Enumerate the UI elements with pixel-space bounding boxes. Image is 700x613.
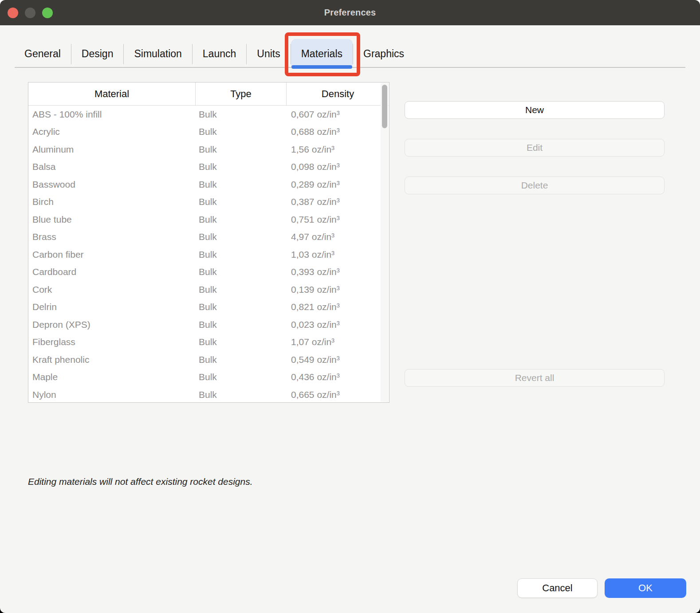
tab-launch[interactable]: Launch	[193, 39, 246, 69]
material-cell: Carbon fiber	[28, 249, 196, 260]
table-row[interactable]: Maple Bulk 0,436 oz/in³	[28, 369, 389, 386]
tab-graphics[interactable]: Graphics	[353, 39, 414, 69]
density-cell: 0,436 oz/in³	[287, 372, 389, 382]
ok-button[interactable]: OK	[605, 578, 686, 598]
density-cell: 1,56 oz/in³	[287, 144, 389, 155]
material-cell: Blue tube	[28, 214, 196, 225]
revert-all-button[interactable]: Revert all	[405, 369, 665, 387]
type-cell: Bulk	[196, 337, 287, 347]
tab-materials[interactable]: Materials	[291, 39, 353, 69]
density-cell: 0,688 oz/in³	[287, 126, 389, 137]
new-button[interactable]: New	[405, 101, 665, 119]
window-title: Preferences	[324, 8, 376, 18]
table-row[interactable]: Cork Bulk 0,139 oz/in³	[28, 281, 389, 299]
material-cell: Fiberglass	[28, 337, 196, 347]
table-row[interactable]: Fiberglass Bulk 1,07 oz/in³	[28, 334, 389, 351]
material-cell: Cardboard	[28, 267, 196, 277]
material-cell: Maple	[28, 372, 196, 382]
scrollbar-track[interactable]	[381, 83, 389, 402]
material-cell: Acrylic	[28, 126, 196, 137]
density-cell: 0,751 oz/in³	[287, 214, 389, 225]
column-header-type[interactable]: Type	[196, 83, 287, 105]
tab-bar: General Design Simulation Launch Units M…	[14, 39, 414, 69]
tab-general[interactable]: General	[14, 39, 71, 69]
type-cell: Bulk	[196, 284, 287, 295]
material-cell: Nylon	[28, 389, 196, 400]
type-cell: Bulk	[196, 249, 287, 260]
density-cell: 1,07 oz/in³	[287, 337, 389, 347]
type-cell: Bulk	[196, 354, 287, 365]
type-cell: Bulk	[196, 319, 287, 330]
table-row[interactable]: ABS - 100% infill Bulk 0,607 oz/in³	[28, 106, 389, 123]
materials-table: Material Type Density ABS - 100% infill …	[28, 82, 389, 403]
active-tab-indicator	[291, 65, 352, 69]
material-cell: Kraft phenolic	[28, 354, 196, 365]
type-cell: Bulk	[196, 126, 287, 137]
density-cell: 1,03 oz/in³	[287, 249, 389, 260]
material-cell: Depron (XPS)	[28, 319, 196, 330]
table-row[interactable]: Blue tube Bulk 0,751 oz/in³	[28, 211, 389, 228]
edit-button[interactable]: Edit	[405, 139, 665, 157]
table-row[interactable]: Depron (XPS) Bulk 0,023 oz/in³	[28, 316, 389, 334]
table-row[interactable]: Basswood Bulk 0,289 oz/in³	[28, 176, 389, 193]
material-cell: Basswood	[28, 179, 196, 190]
density-cell: 0,393 oz/in³	[287, 267, 389, 277]
type-cell: Bulk	[196, 267, 287, 277]
type-cell: Bulk	[196, 196, 287, 207]
table-row[interactable]: Acrylic Bulk 0,688 oz/in³	[28, 123, 389, 141]
tab-units[interactable]: Units	[247, 39, 290, 69]
type-cell: Bulk	[196, 302, 287, 312]
density-cell: 0,098 oz/in³	[287, 161, 389, 172]
density-cell: 0,387 oz/in³	[287, 196, 389, 207]
table-row[interactable]: Cardboard Bulk 0,393 oz/in³	[28, 263, 389, 281]
column-header-density[interactable]: Density	[287, 83, 389, 105]
type-cell: Bulk	[196, 372, 287, 382]
material-cell: Brass	[28, 232, 196, 242]
material-cell: Aluminum	[28, 144, 196, 155]
table-row[interactable]: Brass Bulk 4,97 oz/in³	[28, 228, 389, 246]
minimize-button[interactable]	[25, 8, 35, 18]
table-header: Material Type Density	[28, 83, 389, 106]
type-cell: Bulk	[196, 389, 287, 400]
type-cell: Bulk	[196, 144, 287, 155]
material-cell: ABS - 100% infill	[28, 109, 196, 120]
density-cell: 0,665 oz/in³	[287, 389, 389, 400]
density-cell: 0,289 oz/in³	[287, 179, 389, 190]
scrollbar-thumb[interactable]	[382, 85, 387, 128]
materials-note: Editing materials will not affect existi…	[28, 476, 253, 487]
density-cell: 0,139 oz/in³	[287, 284, 389, 295]
cancel-button[interactable]: Cancel	[517, 578, 598, 598]
traffic-lights	[8, 0, 53, 25]
tab-simulation[interactable]: Simulation	[124, 39, 192, 69]
zoom-button[interactable]	[42, 8, 53, 18]
density-cell: 4,97 oz/in³	[287, 232, 389, 242]
table-row[interactable]: Balsa Bulk 0,098 oz/in³	[28, 158, 389, 176]
tab-materials-label: Materials	[301, 48, 342, 60]
table-row[interactable]: Delrin Bulk 0,821 oz/in³	[28, 299, 389, 316]
density-cell: 0,607 oz/in³	[287, 109, 389, 120]
tab-design[interactable]: Design	[71, 39, 124, 69]
table-row[interactable]: Aluminum Bulk 1,56 oz/in³	[28, 141, 389, 158]
close-button[interactable]	[8, 8, 18, 18]
delete-button[interactable]: Delete	[405, 177, 665, 194]
type-cell: Bulk	[196, 161, 287, 172]
type-cell: Bulk	[196, 179, 287, 190]
preferences-window: Preferences General Design Simulation La…	[0, 0, 700, 613]
table-row[interactable]: Nylon Bulk 0,665 oz/in³	[28, 386, 389, 403]
materials-table-body: ABS - 100% infill Bulk 0,607 oz/in³ Acry…	[28, 106, 389, 403]
density-cell: 0,549 oz/in³	[287, 354, 389, 365]
type-cell: Bulk	[196, 109, 287, 120]
screen: Preferences General Design Simulation La…	[0, 0, 700, 613]
table-row[interactable]: Carbon fiber Bulk 1,03 oz/in³	[28, 246, 389, 263]
material-cell: Balsa	[28, 161, 196, 172]
table-row[interactable]: Birch Bulk 0,387 oz/in³	[28, 193, 389, 211]
title-bar: Preferences	[0, 0, 700, 25]
density-cell: 0,023 oz/in³	[287, 319, 389, 330]
material-cell: Birch	[28, 196, 196, 207]
column-header-material[interactable]: Material	[28, 83, 196, 105]
material-cell: Delrin	[28, 302, 196, 312]
density-cell: 0,821 oz/in³	[287, 302, 389, 312]
material-cell: Cork	[28, 284, 196, 295]
table-row[interactable]: Kraft phenolic Bulk 0,549 oz/in³	[28, 351, 389, 369]
type-cell: Bulk	[196, 214, 287, 225]
